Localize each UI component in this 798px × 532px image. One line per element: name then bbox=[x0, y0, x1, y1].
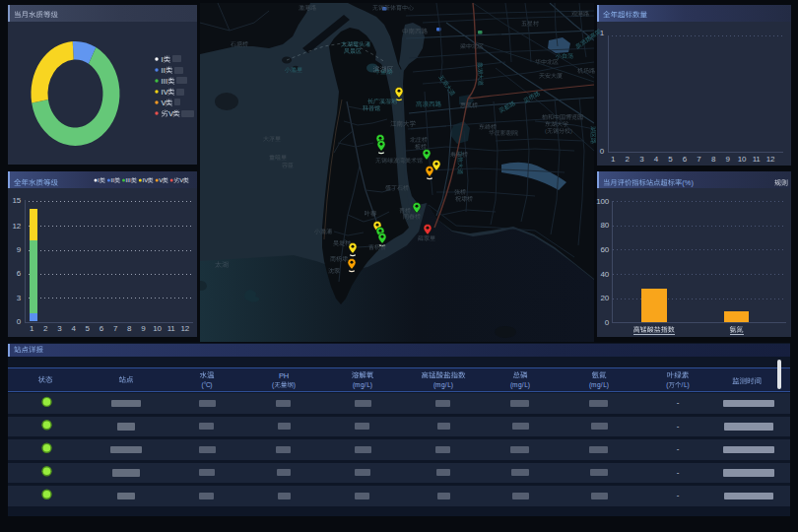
svg-text:(: ( bbox=[545, 128, 547, 134]
svg-text:I: I bbox=[111, 177, 113, 183]
svg-text:I: I bbox=[164, 77, 166, 86]
svg-text:I: I bbox=[166, 77, 167, 86]
svg-text:I: I bbox=[162, 66, 164, 75]
svg-text:V: V bbox=[168, 109, 173, 118]
svg-text:g: g bbox=[441, 381, 445, 389]
svg-text:/: / bbox=[445, 381, 447, 388]
svg-text:m: m bbox=[435, 381, 440, 388]
svg-text:L: L bbox=[603, 381, 607, 388]
svg-text:(: ( bbox=[666, 381, 669, 389]
svg-text:m: m bbox=[591, 381, 596, 388]
svg-text:): ) bbox=[451, 381, 453, 389]
svg-text:I: I bbox=[127, 177, 129, 183]
svg-text:/: / bbox=[365, 381, 366, 388]
svg-text:L: L bbox=[684, 381, 688, 388]
svg-text:): ) bbox=[691, 178, 693, 187]
svg-text:V: V bbox=[162, 99, 166, 107]
svg-text:V: V bbox=[179, 177, 183, 183]
svg-text:I: I bbox=[162, 88, 164, 97]
svg-text:V: V bbox=[144, 177, 148, 183]
svg-text:I: I bbox=[126, 177, 128, 183]
svg-text:I: I bbox=[112, 177, 114, 183]
svg-text:m: m bbox=[355, 381, 360, 388]
svg-text:I: I bbox=[162, 55, 164, 64]
svg-text:): ) bbox=[528, 381, 530, 389]
svg-text:g: g bbox=[597, 381, 601, 389]
svg-text:): ) bbox=[688, 381, 690, 389]
svg-text:I: I bbox=[142, 177, 144, 183]
svg-text:/: / bbox=[601, 381, 603, 388]
svg-text:): ) bbox=[570, 128, 572, 134]
svg-text:(: ( bbox=[272, 381, 275, 389]
svg-text:g: g bbox=[361, 381, 365, 389]
svg-text:/: / bbox=[681, 381, 683, 388]
svg-text:L: L bbox=[366, 381, 370, 388]
svg-text:I: I bbox=[162, 77, 164, 86]
svg-text:H: H bbox=[284, 371, 289, 380]
svg-text:/: / bbox=[522, 381, 524, 388]
svg-text:): ) bbox=[210, 381, 212, 389]
svg-text:L: L bbox=[447, 381, 451, 388]
svg-text:P: P bbox=[279, 371, 284, 380]
svg-text:): ) bbox=[294, 381, 296, 389]
svg-text:): ) bbox=[370, 381, 372, 389]
svg-text:I: I bbox=[164, 66, 166, 75]
svg-text:L: L bbox=[524, 381, 528, 388]
svg-text:V: V bbox=[159, 177, 163, 183]
svg-text:m: m bbox=[512, 381, 517, 388]
svg-text:I: I bbox=[129, 177, 131, 183]
svg-text:): ) bbox=[607, 381, 609, 389]
svg-text:%: % bbox=[685, 178, 692, 187]
svg-text:V: V bbox=[164, 88, 168, 97]
svg-text:I: I bbox=[98, 177, 100, 183]
svg-text:g: g bbox=[518, 381, 522, 389]
